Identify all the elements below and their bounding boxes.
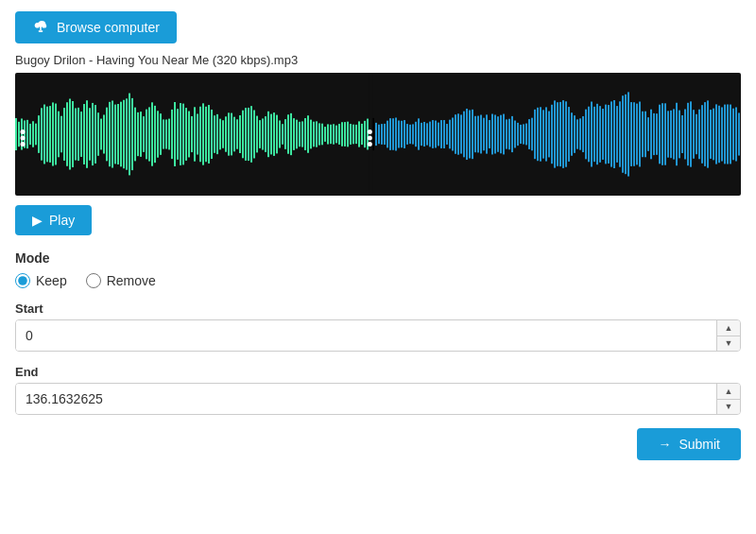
end-spin-down[interactable]: ▼	[717, 399, 740, 415]
start-spin-up[interactable]: ▲	[717, 320, 740, 336]
filename-label: Bugoy Drilon - Having You Near Me (320 k…	[15, 53, 741, 67]
submit-row: → Submit	[15, 428, 741, 460]
browse-computer-button[interactable]: Browse computer	[15, 11, 177, 43]
play-label: Play	[49, 213, 75, 228]
waveform-container[interactable]	[15, 73, 741, 196]
play-icon: ▶	[32, 213, 43, 228]
browse-computer-label: Browse computer	[57, 20, 160, 35]
end-spin-up[interactable]: ▲	[717, 384, 740, 399]
submit-button[interactable]: → Submit	[637, 428, 741, 460]
mode-keep-option[interactable]: Keep	[15, 273, 67, 288]
end-input-wrapper: ▲ ▼	[15, 383, 741, 415]
start-input-wrapper: ▲ ▼	[15, 319, 741, 352]
mode-remove-radio[interactable]	[86, 273, 101, 288]
end-input[interactable]	[16, 384, 716, 414]
mode-label: Mode	[15, 250, 741, 266]
upload-cloud-icon	[32, 19, 49, 36]
start-input[interactable]	[16, 320, 716, 351]
mode-remove-label: Remove	[107, 273, 156, 288]
arrow-right-icon: →	[658, 437, 671, 452]
mode-keep-radio[interactable]	[15, 273, 30, 288]
start-spin-buttons: ▲ ▼	[716, 320, 740, 351]
end-spin-buttons: ▲ ▼	[716, 384, 740, 414]
mode-keep-label: Keep	[36, 273, 67, 288]
waveform-canvas[interactable]	[15, 73, 741, 196]
start-spin-down[interactable]: ▼	[717, 336, 740, 352]
submit-label: Submit	[679, 437, 720, 452]
mode-remove-option[interactable]: Remove	[86, 273, 156, 288]
end-label: End	[15, 365, 741, 379]
play-button[interactable]: ▶ Play	[15, 205, 92, 235]
mode-radio-group: Keep Remove	[15, 273, 741, 288]
start-label: Start	[15, 301, 741, 316]
